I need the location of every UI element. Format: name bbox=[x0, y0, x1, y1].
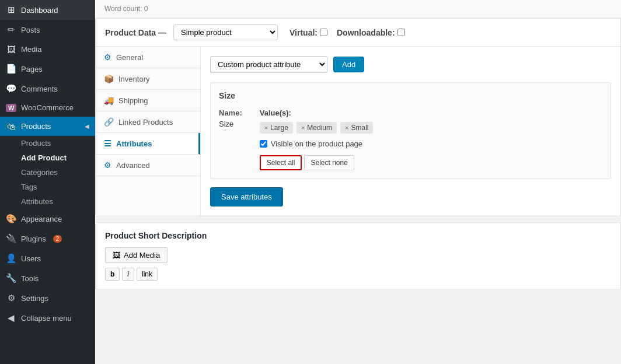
sidebar-item-plugins[interactable]: 🔌 Plugins 2 bbox=[0, 229, 95, 249]
pages-icon: 📄 bbox=[6, 64, 16, 74]
media-icon: 🖼 bbox=[6, 44, 16, 54]
save-attributes-button[interactable]: Save attributes bbox=[210, 187, 283, 206]
sidebar-sub-products[interactable]: Products bbox=[0, 136, 95, 150]
downloadable-checkbox[interactable] bbox=[397, 29, 405, 36]
sidebar-sub-categories[interactable]: Categories bbox=[0, 165, 95, 180]
tag-medium: × Medium bbox=[296, 122, 337, 134]
product-data-header: Product Data — Simple product Variable p… bbox=[96, 19, 620, 47]
tag-list: × Large × Medium × Small bbox=[260, 122, 602, 134]
tab-attributes[interactable]: ☰ Attributes bbox=[96, 133, 200, 155]
attribute-fields: Name: Size Value(s): × Large bbox=[219, 108, 602, 170]
shipping-tab-icon: 🚚 bbox=[104, 96, 114, 105]
dashboard-icon: ⊞ bbox=[6, 5, 16, 15]
tab-general[interactable]: ⚙ General bbox=[96, 47, 200, 68]
sidebar-sub-add-product[interactable]: Add Product bbox=[0, 150, 95, 165]
attribute-top-row: Custom product attribute Add bbox=[210, 56, 611, 73]
save-attributes-row: Save attributes bbox=[210, 187, 611, 206]
woocommerce-icon: W bbox=[6, 104, 16, 112]
sidebar-item-posts[interactable]: ✏ Posts bbox=[0, 20, 95, 40]
sidebar-item-media[interactable]: 🖼 Media bbox=[0, 40, 95, 59]
sidebar-item-woocommerce[interactable]: W WooCommerce bbox=[0, 99, 95, 117]
link-button[interactable]: link bbox=[137, 268, 158, 281]
tab-linked-products[interactable]: 🔗 Linked Products bbox=[96, 111, 200, 133]
bold-button[interactable]: b bbox=[105, 268, 120, 281]
select-buttons: Select all Select none bbox=[260, 155, 602, 170]
visible-row: Visible on the product page bbox=[260, 139, 602, 148]
attribute-row: Size Name: Size Value(s): × bbox=[210, 82, 611, 179]
sidebar-item-tools[interactable]: 🔧 Tools bbox=[0, 268, 95, 288]
word-count-text: Word count: 0 bbox=[104, 5, 148, 13]
sidebar-item-pages[interactable]: 📄 Pages bbox=[0, 59, 95, 79]
tag-large-remove[interactable]: × bbox=[264, 124, 268, 131]
products-icon: 🛍 bbox=[6, 121, 16, 131]
name-field-value: Size bbox=[219, 120, 242, 128]
sidebar-item-comments[interactable]: 💬 Comments bbox=[0, 79, 95, 99]
virtual-downloadable-row: Virtual: Downloadable: bbox=[289, 28, 405, 37]
main-content: Word count: 0 Product Data — Simple prod… bbox=[95, 0, 621, 364]
add-attribute-button[interactable]: Add bbox=[333, 57, 364, 72]
attribute-values-field: Value(s): × Large × Medium bbox=[260, 108, 602, 170]
select-all-button[interactable]: Select all bbox=[260, 155, 302, 170]
plugins-icon: 🔌 bbox=[6, 233, 16, 244]
virtual-label[interactable]: Virtual: bbox=[289, 28, 327, 37]
product-data-label: Product Data — bbox=[105, 28, 166, 37]
product-type-select[interactable]: Simple product Variable product Grouped … bbox=[173, 24, 278, 40]
attribute-name-field: Name: Size bbox=[219, 108, 242, 170]
tag-small-remove[interactable]: × bbox=[345, 124, 348, 131]
attributes-panel: Custom product attribute Add Size Name: … bbox=[201, 47, 620, 216]
inventory-tab-icon: 📦 bbox=[104, 74, 114, 83]
tools-icon: 🔧 bbox=[6, 273, 16, 284]
sidebar-item-dashboard[interactable]: ⊞ Dashboard bbox=[0, 0, 95, 20]
comments-icon: 💬 bbox=[6, 83, 16, 94]
visible-checkbox[interactable] bbox=[260, 140, 267, 148]
editor-toolbar: b i link bbox=[105, 268, 611, 281]
tab-advanced[interactable]: ⚙ Advanced bbox=[96, 155, 200, 176]
collapse-icon: ◀ bbox=[6, 313, 16, 323]
tab-shipping[interactable]: 🚚 Shipping bbox=[96, 90, 200, 111]
name-field-label: Name: bbox=[219, 108, 242, 117]
sidebar-item-appearance[interactable]: 🎨 Appearance bbox=[0, 209, 95, 229]
short-description-heading: Product Short Description bbox=[105, 231, 611, 240]
values-field-label: Value(s): bbox=[260, 108, 602, 117]
users-icon: 👤 bbox=[6, 253, 16, 264]
add-media-button[interactable]: 🖼 Add Media bbox=[105, 247, 168, 263]
product-tabs: ⚙ General 📦 Inventory 🚚 Shipping 🔗 Linke… bbox=[96, 47, 201, 216]
select-none-button[interactable]: Select none bbox=[304, 155, 354, 170]
sidebar-item-collapse[interactable]: ◀ Collapse menu bbox=[0, 308, 95, 328]
attribute-name-heading: Size bbox=[219, 91, 602, 100]
short-description-section: Product Short Description 🖼 Add Media b … bbox=[95, 222, 621, 289]
plugins-badge: 2 bbox=[53, 235, 62, 243]
posts-icon: ✏ bbox=[6, 24, 16, 35]
general-tab-icon: ⚙ bbox=[104, 52, 111, 62]
tab-inventory[interactable]: 📦 Inventory bbox=[96, 68, 200, 90]
sidebar-sub-tags[interactable]: Tags bbox=[0, 180, 95, 194]
attributes-tab-icon: ☰ bbox=[104, 139, 111, 148]
tag-medium-remove[interactable]: × bbox=[301, 124, 305, 131]
tag-small: × Small bbox=[340, 122, 373, 134]
attribute-type-select[interactable]: Custom product attribute bbox=[210, 56, 327, 73]
sidebar-item-products[interactable]: 🛍 Products ◀ bbox=[0, 117, 95, 136]
sidebar-item-users[interactable]: 👤 Users bbox=[0, 249, 95, 268]
virtual-checkbox[interactable] bbox=[320, 29, 327, 36]
word-count-bar: Word count: 0 bbox=[95, 0, 621, 18]
settings-icon: ⚙ bbox=[6, 293, 16, 303]
sidebar-sub-attributes[interactable]: Attributes bbox=[0, 194, 95, 209]
add-media-icon: 🖼 bbox=[113, 251, 120, 260]
downloadable-label[interactable]: Downloadable: bbox=[337, 28, 405, 37]
advanced-tab-icon: ⚙ bbox=[104, 160, 111, 170]
italic-button[interactable]: i bbox=[122, 268, 134, 281]
product-data-section: Product Data — Simple product Variable p… bbox=[95, 18, 621, 216]
tag-large: × Large bbox=[260, 122, 293, 134]
product-data-body: ⚙ General 📦 Inventory 🚚 Shipping 🔗 Linke… bbox=[96, 47, 620, 216]
sidebar: ⊞ Dashboard ✏ Posts 🖼 Media 📄 Pages 💬 Co… bbox=[0, 0, 95, 364]
sidebar-item-settings[interactable]: ⚙ Settings bbox=[0, 288, 95, 308]
linked-products-tab-icon: 🔗 bbox=[104, 117, 114, 127]
appearance-icon: 🎨 bbox=[6, 214, 16, 224]
